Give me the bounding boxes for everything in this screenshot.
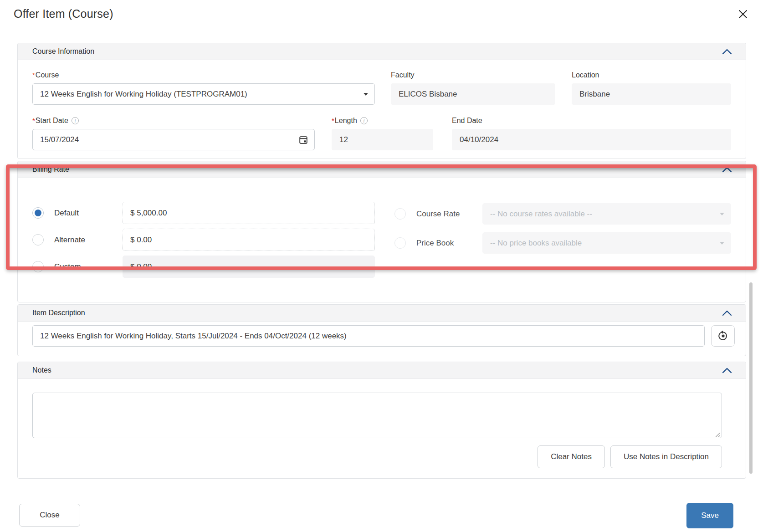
info-icon: i <box>360 117 368 124</box>
restore-description-button[interactable] <box>711 325 735 347</box>
course-information-title: Course Information <box>32 47 94 56</box>
calendar-icon[interactable] <box>298 135 308 145</box>
course-select[interactable]: 12 Weeks English for Working Holiday (TE… <box>32 83 375 105</box>
notes-body: Clear Notes Use Notes in Description <box>18 379 746 478</box>
default-rate-input[interactable] <box>123 202 375 224</box>
radio-button-icon[interactable] <box>394 237 406 249</box>
course-rate-select: -- No course rates available -- <box>482 203 731 225</box>
notes-header[interactable]: Notes <box>18 362 746 379</box>
radio-course-rate[interactable]: Course Rate <box>394 208 482 220</box>
panel-billing-rate: Billing Rate Default Alternate <box>17 161 746 302</box>
billing-rate-title: Billing Rate <box>32 165 69 174</box>
item-description-header[interactable]: Item Description <box>18 305 746 322</box>
location-label: Location <box>572 71 731 79</box>
radio-button-icon[interactable] <box>394 208 406 220</box>
length-label: *Length i <box>332 117 433 125</box>
use-notes-in-description-button[interactable]: Use Notes in Description <box>610 445 722 468</box>
radio-button-icon[interactable] <box>32 207 44 219</box>
location-field <box>572 83 731 105</box>
start-date-input[interactable] <box>32 129 315 150</box>
end-date-field <box>452 129 731 150</box>
panel-course-information: Course Information *Course 12 Weeks Engl… <box>17 43 746 159</box>
chevron-up-icon[interactable] <box>722 367 732 373</box>
modal-header: Offer Item (Course) <box>0 0 763 28</box>
alternate-rate-input[interactable] <box>123 229 375 251</box>
dropdown-caret-icon <box>364 93 368 96</box>
restore-description-icon <box>717 330 729 343</box>
item-description-title: Item Description <box>32 309 85 317</box>
price-book-select: -- No price books available <box>482 232 731 254</box>
chevron-up-icon[interactable] <box>722 310 732 316</box>
start-date-label: *Start Date i <box>32 117 315 125</box>
faculty-field <box>391 83 555 105</box>
radio-default[interactable]: Default <box>32 207 123 219</box>
course-select-value: 12 Weeks English for Working Holiday (TE… <box>40 90 247 99</box>
radio-button-icon[interactable] <box>32 234 44 246</box>
notes-textarea[interactable] <box>32 393 722 438</box>
item-description-input[interactable] <box>32 325 705 347</box>
info-icon: i <box>72 117 79 124</box>
course-label: *Course <box>32 71 375 79</box>
radio-price-book[interactable]: Price Book <box>394 237 482 249</box>
modal-title: Offer Item (Course) <box>14 7 113 20</box>
save-button[interactable]: Save <box>686 503 733 528</box>
notes-title: Notes <box>32 366 51 374</box>
close-icon[interactable] <box>736 7 750 21</box>
billing-rate-header[interactable]: Billing Rate <box>18 161 746 178</box>
modal-body: Course Information *Course 12 Weeks Engl… <box>0 28 763 479</box>
radio-button-icon[interactable] <box>32 261 44 272</box>
dropdown-caret-icon <box>720 213 724 215</box>
panel-notes: Notes Clear Notes Use Notes in Descripti… <box>17 362 746 479</box>
length-field <box>332 129 433 150</box>
custom-rate-input <box>123 256 375 278</box>
billing-rate-body: Default Alternate Custom <box>18 178 746 302</box>
chevron-up-icon[interactable] <box>722 166 732 173</box>
end-date-label: End Date <box>452 117 731 125</box>
radio-custom[interactable]: Custom <box>32 261 123 272</box>
dropdown-caret-icon <box>720 242 724 245</box>
radio-alternate[interactable]: Alternate <box>32 234 123 246</box>
course-information-body: *Course 12 Weeks English for Working Hol… <box>18 60 746 159</box>
vertical-scrollbar-thumb[interactable] <box>749 282 753 474</box>
course-information-header[interactable]: Course Information <box>18 43 746 60</box>
chevron-up-icon[interactable] <box>722 48 732 55</box>
close-button[interactable]: Close <box>19 504 80 527</box>
item-description-body <box>18 322 746 356</box>
panel-item-description: Item Description <box>17 304 746 356</box>
faculty-label: Faculty <box>391 71 555 79</box>
clear-notes-button[interactable]: Clear Notes <box>538 445 605 468</box>
